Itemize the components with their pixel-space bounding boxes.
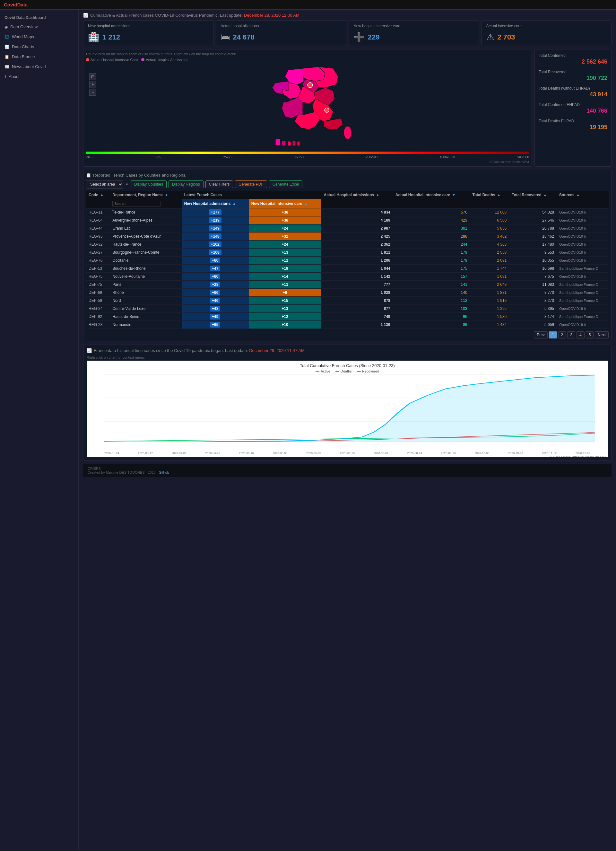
svg-rect-19 bbox=[297, 141, 300, 146]
sidebar-item-world-maps[interactable]: 🌐 World Maps bbox=[0, 32, 78, 42]
svg-marker-29 bbox=[104, 375, 595, 442]
col-hosp[interactable]: Actual Hospital admissions ▲ bbox=[322, 191, 393, 199]
cell-name: Nord bbox=[110, 297, 181, 305]
cell-hosp: 878 bbox=[322, 297, 393, 305]
cell-recovered: 27 546 bbox=[509, 217, 557, 224]
cell-source: OpenCOVID19-fr bbox=[557, 217, 608, 224]
map-colorbar bbox=[86, 152, 529, 154]
col-sources[interactable]: Sources ▲ bbox=[557, 191, 608, 199]
icu-legend-dot bbox=[86, 58, 89, 61]
col-name[interactable]: Departement, Region Name ▲ bbox=[110, 191, 181, 199]
table-row: REG-11 Île-de-France +177 +38 4 834 576 … bbox=[86, 208, 608, 217]
col-icu[interactable]: Actual Hospital Intensive care ▼ bbox=[393, 191, 470, 199]
cell-icu: 140 bbox=[393, 289, 470, 297]
cell-new-hosp: +46 bbox=[182, 297, 249, 305]
cell-name: Occitanie bbox=[110, 257, 181, 265]
pagination: Prev 1 2 3 4 5 Next bbox=[86, 331, 608, 338]
cell-source: Santé publique France D bbox=[557, 297, 608, 305]
cell-deaths: 1 691 bbox=[470, 273, 509, 281]
cell-name: Bourgogne-Franche-Comté bbox=[110, 248, 181, 257]
cell-hosp: 2 362 bbox=[322, 241, 393, 248]
sub-icu-val bbox=[393, 199, 470, 208]
github-link[interactable]: Github bbox=[159, 471, 169, 474]
stat-cards-row: New hospital admissions 🏥 1 212 Actual h… bbox=[83, 20, 611, 46]
sidebar-item-data-france[interactable]: 📋 Data France bbox=[0, 52, 78, 62]
zoom-reset[interactable]: ⊡ bbox=[89, 73, 96, 80]
cell-hosp: 4 189 bbox=[322, 217, 393, 224]
col-deaths[interactable]: Total Deaths ▲ bbox=[470, 191, 509, 199]
chart-legend: Active Deaths Recovered bbox=[87, 368, 608, 374]
cell-hosp: 1 044 bbox=[322, 265, 393, 273]
cell-hosp: 4 834 bbox=[322, 208, 393, 217]
stat-card-value: 229 bbox=[368, 33, 380, 41]
cell-code: REG-24 bbox=[86, 305, 110, 313]
chart-icon: 📈 bbox=[83, 13, 88, 18]
cell-deaths: 6 580 bbox=[470, 217, 509, 224]
table-row: REG-75 Nouvelle-Aquitaine +60 +14 1 142 … bbox=[86, 273, 608, 281]
page-3-button[interactable]: 3 bbox=[567, 331, 575, 338]
cell-source: Santé publique France D bbox=[557, 281, 608, 289]
cell-deaths: 1 580 bbox=[470, 313, 509, 321]
table-row: DEP-69 Rhône +66 +9 1 028 140 1 831 8 77… bbox=[86, 289, 608, 297]
stat-card-label: Actual intensive care bbox=[486, 24, 607, 28]
zoom-in[interactable]: + bbox=[89, 81, 96, 88]
cell-new-icu: +11 bbox=[249, 281, 322, 289]
table-row: REG-93 Provence-Alpes-Côte d'Azur +148 +… bbox=[86, 233, 608, 241]
sub-hosp-val bbox=[322, 199, 393, 208]
cell-new-hosp: +60 bbox=[182, 273, 249, 281]
sidebar-item-data-overview[interactable]: ◉ Data Overview bbox=[0, 22, 78, 32]
cell-hosp: 749 bbox=[322, 313, 393, 321]
chart-svg: 2700000 1800000 900000 0 Number of Frenc… bbox=[104, 374, 595, 445]
confirmed-ehpad-value: 140 766 bbox=[539, 108, 607, 114]
col-latest[interactable]: Latest French Cases bbox=[182, 191, 322, 199]
cell-recovered: 9 553 bbox=[509, 248, 557, 257]
area-select[interactable]: Select an area bbox=[86, 180, 123, 188]
cell-icu: 179 bbox=[393, 248, 470, 257]
cell-icu: 288 bbox=[393, 233, 470, 241]
page-5-button[interactable]: 5 bbox=[586, 331, 594, 338]
sidebar-item-news-covid[interactable]: 📰 News about Covid bbox=[0, 62, 78, 72]
cell-name: Rhône bbox=[110, 289, 181, 297]
generate-excel-button[interactable]: Generate Excel bbox=[269, 180, 303, 188]
cell-recovered: 11 083 bbox=[509, 281, 557, 289]
cell-recovered: 5 395 bbox=[509, 305, 557, 313]
page-4-button[interactable]: 4 bbox=[577, 331, 584, 338]
display-regions-button[interactable]: Display Regions bbox=[168, 180, 203, 188]
sub-deaths-val bbox=[470, 199, 509, 208]
sidebar-item-about[interactable]: ℹ About bbox=[0, 72, 78, 81]
cell-code: REG-11 bbox=[86, 208, 110, 217]
cell-deaths: 1 295 bbox=[470, 305, 509, 313]
cell-new-hosp: +108 bbox=[182, 248, 249, 257]
cell-hosp: 1 136 bbox=[322, 321, 393, 329]
header-title: Cumulative & Actual French cases COVID-1… bbox=[90, 13, 243, 18]
cell-source: OpenCOVID19-fr bbox=[557, 257, 608, 265]
stat-card-new-hosp: New hospital admissions 🏥 1 212 bbox=[83, 20, 213, 46]
sub-name bbox=[110, 199, 181, 208]
col-recovered[interactable]: Total Recovered ▲ bbox=[509, 191, 557, 199]
sidebar-item-data-charts[interactable]: 📊 Data Charts bbox=[0, 42, 78, 52]
cell-hosp: 777 bbox=[322, 281, 393, 289]
sidebar-item-label: World Maps bbox=[12, 35, 34, 39]
cell-code: REG-76 bbox=[86, 257, 110, 265]
cell-recovered: 17 480 bbox=[509, 241, 557, 248]
prev-button[interactable]: Prev bbox=[534, 331, 548, 338]
cell-hosp: 2 425 bbox=[322, 233, 393, 241]
cell-deaths: 1 919 bbox=[470, 297, 509, 305]
zoom-out[interactable]: − bbox=[89, 89, 96, 96]
generate-pdf-button[interactable]: Generate PDF bbox=[235, 180, 267, 188]
cell-name: Centre-Val de Loire bbox=[110, 305, 181, 313]
stat-card-new-icu: New hospital intensive care ➕ 229 bbox=[349, 20, 479, 46]
stat-card-value: 1 212 bbox=[102, 33, 120, 41]
search-name-input[interactable] bbox=[112, 201, 161, 206]
cell-code: REG-84 bbox=[86, 217, 110, 224]
footer-credits: CRISPS bbox=[88, 467, 607, 471]
clear-filters-button[interactable]: Clear Filters bbox=[206, 180, 233, 188]
display-counties-button[interactable]: Display Counties bbox=[131, 180, 167, 188]
cell-code: REG-44 bbox=[86, 224, 110, 233]
chart-hint: Right click on chart for context menu. bbox=[87, 355, 608, 359]
chart-x-labels: 2020-01-24 2020-03-17 2020-04-06 2020-04… bbox=[87, 451, 608, 455]
page-2-button[interactable]: 2 bbox=[558, 331, 566, 338]
page-1-button[interactable]: 1 bbox=[549, 331, 557, 338]
col-code[interactable]: Code ▲ bbox=[86, 191, 110, 199]
next-button[interactable]: Next bbox=[595, 331, 608, 338]
